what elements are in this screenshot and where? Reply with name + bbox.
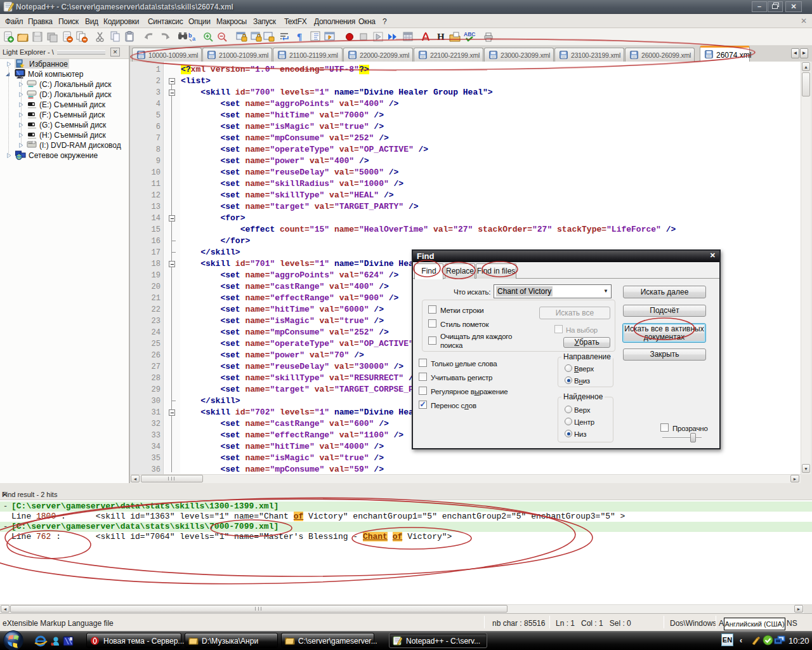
- svg-text:¶: ¶: [297, 32, 302, 42]
- svg-text:a: a: [192, 36, 196, 42]
- svg-text:ABC: ABC: [464, 31, 475, 37]
- svg-text:H: H: [437, 32, 445, 42]
- svg-text:★: ★: [19, 62, 25, 69]
